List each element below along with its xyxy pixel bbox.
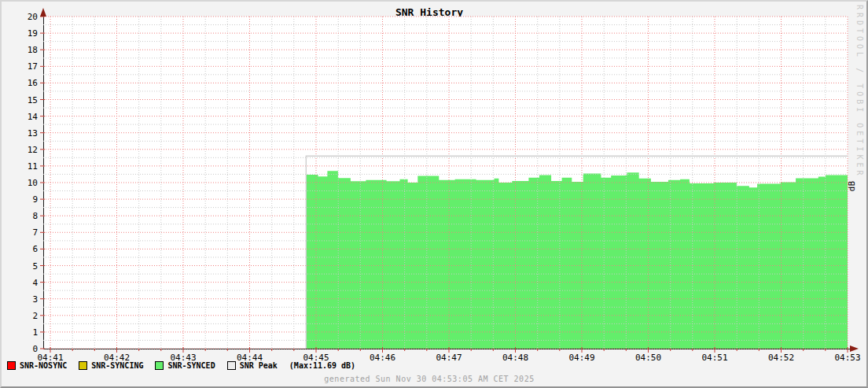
legend-item-snr-nosync: SNR-NOSYNC: [7, 361, 67, 370]
legend: SNR-NOSYNCSNR-SYNCINGSNR-SYNCEDSNR Peak(…: [7, 361, 355, 370]
svg-text:04:47: 04:47: [436, 353, 462, 363]
x-axis-arrow-icon: [850, 346, 859, 352]
svg-text:19: 19: [28, 28, 38, 39]
svg-text:1: 1: [32, 327, 38, 338]
legend-swatch-snr-synced: [155, 361, 164, 370]
svg-text:14: 14: [28, 112, 39, 122]
svg-text:4: 4: [32, 278, 38, 288]
legend-label: SNR-SYNCING: [91, 361, 143, 370]
legend-swatch-snr-nosync: [7, 361, 16, 370]
rrdtool-watermark: RRDTOOL / TOBI OETIKER: [855, 5, 864, 178]
svg-text:8: 8: [32, 211, 38, 221]
snr-history-plot: 0123456789101112131415161718192004:4104:…: [2, 2, 866, 386]
svg-text:12: 12: [28, 145, 38, 155]
svg-text:04:52: 04:52: [768, 353, 794, 363]
svg-text:04:53: 04:53: [834, 353, 860, 363]
snr-synced-area: [306, 171, 848, 349]
svg-text:20: 20: [28, 12, 38, 22]
svg-text:11: 11: [28, 161, 38, 172]
svg-text:17: 17: [28, 61, 38, 72]
svg-text:7: 7: [32, 227, 38, 238]
svg-text:18: 18: [28, 45, 38, 55]
svg-text:04:48: 04:48: [502, 353, 528, 363]
legend-label: SNR-SYNCED: [167, 361, 215, 370]
svg-text:04:46: 04:46: [370, 353, 395, 363]
svg-text:13: 13: [28, 128, 38, 139]
legend-item-snr-synced: SNR-SYNCED: [155, 361, 215, 370]
svg-text:10: 10: [28, 178, 38, 188]
y-axis-arrow-icon: [40, 8, 46, 17]
svg-text:04:50: 04:50: [635, 353, 661, 363]
legend-item-snr-syncing: SNR-SYNCING: [79, 361, 143, 370]
svg-text:5: 5: [32, 261, 38, 272]
svg-text:6: 6: [32, 244, 38, 254]
legend-label: SNR Peak: [240, 361, 278, 370]
svg-text:2: 2: [32, 311, 38, 321]
svg-text:9: 9: [32, 194, 38, 205]
rrdtool-graph: SNR History 0123456789101112131415161718…: [0, 0, 868, 388]
svg-text:15: 15: [28, 95, 38, 105]
y-tick-labels: 01234567891011121314151617181920: [28, 12, 39, 354]
legend-item-snr-peak: SNR Peak: [227, 361, 278, 370]
svg-text:16: 16: [28, 78, 38, 88]
legend-label: SNR-NOSYNC: [20, 361, 67, 370]
svg-text:04:49: 04:49: [568, 353, 594, 363]
svg-text:3: 3: [32, 294, 38, 305]
legend-swatch-snr-peak: [227, 361, 236, 370]
generated-timestamp: generated Sun Nov 30 04:53:05 AM CET 202…: [2, 375, 857, 383]
vertical-axis-label: dB: [847, 181, 857, 191]
legend-swatch-snr-syncing: [79, 361, 87, 370]
svg-text:04:51: 04:51: [701, 353, 727, 363]
legend-max-note: (Max:11.69 dB): [289, 361, 355, 370]
